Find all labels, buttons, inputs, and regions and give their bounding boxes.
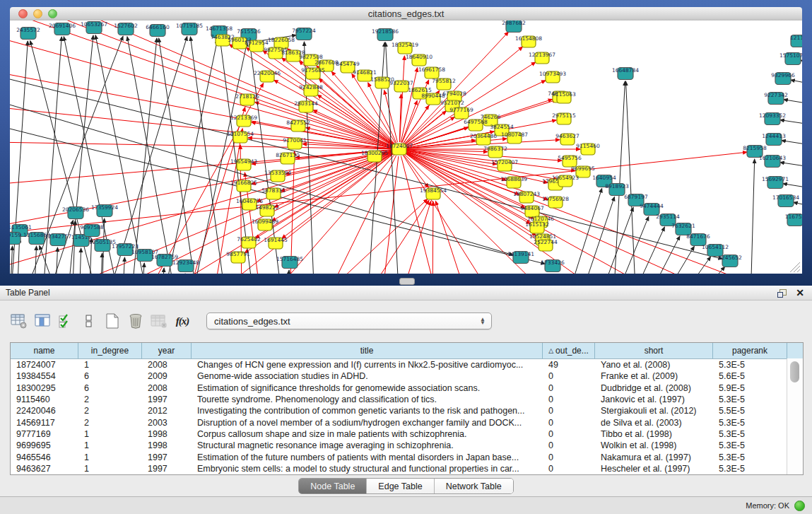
graph-node[interactable]: 10653267 [81,21,107,34]
graph-node[interactable]: 1244413 [762,133,786,146]
graph-node[interactable]: 15716485 [276,256,303,269]
graph-node[interactable]: 1691445 [264,237,288,249]
graph-node[interactable]: 2975115 [552,112,576,124]
splitter-handle[interactable] [399,278,415,285]
delete-table-icon[interactable] [126,312,145,330]
graph-node[interactable]: 9245652 [718,255,742,267]
graph-node[interactable]: 15692971 [762,176,789,189]
graph-node[interactable]: 7986372 [483,146,507,158]
column-header-title[interactable]: title [192,343,543,358]
graph-node[interactable]: 20691406 [49,23,76,35]
row-height-icon[interactable] [80,312,98,330]
graph-node[interactable]: 12213967 [529,52,555,64]
graph-node[interactable]: 16961758 [418,66,445,78]
graph-node[interactable]: 20364486 [470,133,497,145]
table-select-dropdown[interactable]: citations_edges.txt ▲▼ [206,313,492,329]
graph-node[interactable]: 1733426 [541,259,565,272]
graph-node[interactable]: 18325419 [392,42,418,54]
graph-node[interactable]: 15720407 [491,159,518,171]
graph-node[interactable]: 9777169 [449,107,473,119]
tab-node-table[interactable]: Node Table [299,479,367,493]
graph-node[interactable]: 1615132 [525,221,549,233]
graph-node[interactable]: 9329966 [771,72,795,85]
graph-node[interactable]: 6497568 [464,119,488,131]
graph-node[interactable]: 2987682 [502,21,526,33]
graph-node[interactable]: 9175685 [301,67,325,79]
graph-node[interactable]: 18300295 [361,150,388,162]
table-row[interactable]: 946554611997Estimation of the future num… [11,451,803,462]
column-header-out_de[interactable]: △out_de... [543,343,595,358]
tab-network-table[interactable]: Network Table [435,479,513,493]
graph-node[interactable]: 16099489 [252,218,278,230]
column-header-short[interactable]: short [595,343,713,358]
graph-node[interactable]: 17016534 [772,194,799,207]
graph-node[interactable]: 19756928 [542,196,569,208]
column-header-name[interactable]: name [11,343,78,358]
column-header-year[interactable]: year [142,343,192,358]
graph-node[interactable]: 12213369 [230,115,257,127]
graph-node[interactable]: 10973493 [539,71,566,83]
graph-node[interactable]: 19218586 [372,28,399,41]
graph-node[interactable]: 116753 [785,214,802,226]
table-row[interactable]: 946362711997Embryonic stem cells: a mode… [11,463,803,474]
graph-node[interactable]: 14139141 [507,251,534,264]
column-header-pagerank[interactable]: pagerank [713,343,787,358]
column-header-in_degree[interactable]: in_degree [78,343,142,358]
table-row[interactable]: 911546021997Tourette syndrome. Phenomeno… [11,394,803,405]
graph-node[interactable]: 17359924 [91,204,118,217]
graph-node[interactable]: 12113 [790,35,802,47]
memory-status-indicator[interactable] [794,501,805,511]
graph-node[interactable]: 12093352 [759,112,786,125]
graph-node[interactable]: 8427552 [286,119,310,132]
function-builder-icon[interactable]: f(x) [173,312,192,330]
graph-node[interactable]: 15751074 [779,52,802,65]
float-window-icon[interactable] [775,287,788,298]
graph-node[interactable]: 16154808 [515,35,542,47]
close-panel-icon[interactable]: ✕ [794,287,806,298]
graph-node[interactable]: 7955812 [432,78,456,90]
table-settings-icon[interactable] [10,312,28,330]
network-window-titlebar[interactable]: citations_edges.txt [10,7,802,21]
graph-node[interactable]: 9242848 [299,84,323,96]
graph-node[interactable]: 1498222 [255,204,279,216]
table-row[interactable]: 1872400712008Changes of HCN gene express… [11,359,803,370]
table-row[interactable]: 977716911998Corpus callosum shape and si… [11,428,803,440]
vertical-scrollbar[interactable] [787,358,803,474]
resize-grip[interactable] [790,262,800,272]
graph-node[interactable]: 12342757 [45,233,71,246]
graph-node[interactable]: 10719185 [176,23,203,35]
graph-node[interactable]: 16648784 [612,67,639,80]
select-all-columns-icon[interactable] [57,312,75,330]
graph-node[interactable]: 19384554 [420,187,447,199]
graph-node[interactable]: 1527602 [114,23,138,35]
graph-node[interactable]: 2435572 [16,27,40,40]
graph-node[interactable]: 20206536 [62,206,89,219]
graph-node[interactable]: 16210643 [759,155,786,168]
graph-node[interactable]: 8267130 [276,152,300,164]
table-row[interactable]: 1938455462009Genome-wide association stu… [11,370,803,382]
graph-node[interactable]: 9857791 [226,251,250,263]
table-row[interactable]: 1456911722003Disruption of a novel membe… [11,416,803,428]
graph-node[interactable]: 9227342 [764,92,788,105]
tab-edge-table[interactable]: Edge Table [367,479,434,493]
graph-node[interactable]: 10107554 [227,131,254,143]
graph-node[interactable]: 7625402 [237,236,261,248]
graph-node[interactable]: 6466160 [146,24,170,37]
graph-node[interactable]: 18640910 [406,54,433,66]
table-row[interactable]: 1830029562008Estimation of significance … [11,382,803,394]
graph-node[interactable]: 19166825 [230,180,257,192]
graph-node[interactable]: 10688639 [500,176,527,188]
graph-node[interactable]: 9115460 [576,143,600,155]
show-columns-icon[interactable] [33,312,52,330]
graph-node[interactable]: 39159 [10,232,21,245]
graph-node[interactable]: 7957224 [292,28,316,40]
table-row[interactable]: 969969511998Structural magnetic resonanc… [11,440,803,451]
graph-node[interactable]: 19654943 [230,158,257,170]
graph-node[interactable]: 22420046 [254,70,281,82]
new-table-icon[interactable] [103,312,122,330]
scrollbar-thumb[interactable] [790,361,799,382]
graph-node[interactable]: 2522744 [534,239,558,251]
network-canvas[interactable]: 2435572206914061065326715276026466160107… [10,21,802,274]
table-row[interactable]: 2242004622012Investigating the contribut… [11,405,803,416]
graph-node[interactable]: 2718126 [235,93,259,105]
